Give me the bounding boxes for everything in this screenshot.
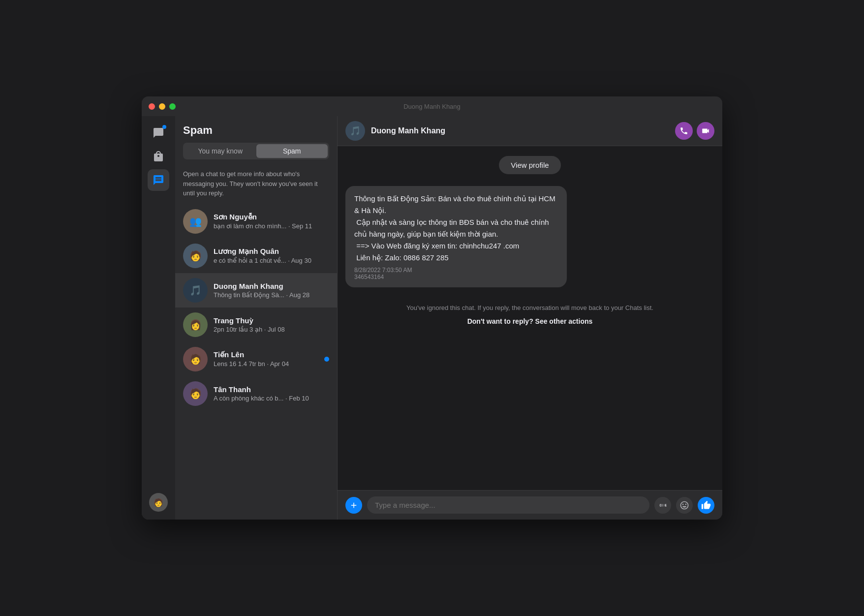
header-actions [675, 122, 714, 140]
chat-avatar: 🎵 [183, 278, 208, 303]
sidebar-item-messenger[interactable] [148, 169, 169, 191]
phone-icon [679, 126, 688, 135]
panel-title: Spam [183, 124, 329, 137]
input-area [338, 490, 722, 520]
chat-info: Sơn Nguyễn bạn ơi làm ơn cho mình... · S… [214, 213, 323, 230]
messenger-icon [153, 174, 164, 186]
avatar-emoji: 🧑 [189, 353, 202, 365]
video-icon [701, 126, 710, 135]
panel-header: Spam You may know Spam [175, 116, 337, 169]
close-button[interactable] [149, 103, 155, 110]
chat-preview: e có thể hỏi a 1 chút về... · Aug 30 [214, 257, 323, 264]
add-attachment-button[interactable] [345, 497, 362, 514]
gif-icon [658, 500, 668, 510]
avatar-emoji: 👥 [189, 216, 202, 227]
chat-preview: Lens 16 1.4 7tr bn · Apr 04 [214, 360, 318, 368]
chat-preview: 2pn 10tr lầu 3 ạh · Jul 08 [214, 326, 323, 333]
emoji-button[interactable] [676, 497, 693, 514]
avatar-emoji: 🧑 [189, 250, 202, 262]
user-avatar[interactable]: 🧑 [149, 493, 168, 512]
chat-contact-name: Duong Manh Khang [371, 126, 669, 135]
message-sender-id: 346543164 [354, 274, 384, 280]
chat-avatar: 🧑 [183, 381, 208, 406]
chat-main: 🎵 Duong Manh Khang View profile [338, 96, 722, 520]
chat-name: Lương Mạnh Quân [214, 247, 323, 256]
info-text: Open a chat to get more info about who's… [175, 169, 337, 204]
chat-icon [153, 127, 164, 139]
chat-avatar: 🧑 [183, 244, 208, 268]
sidebar-item-marketplace[interactable] [148, 146, 169, 167]
traffic-lights [149, 103, 176, 110]
window-title: Duong Manh Khang [403, 103, 461, 110]
chat-name: Trang Thuỳ [214, 316, 323, 325]
maximize-button[interactable] [169, 103, 176, 110]
thumbs-up-icon [701, 500, 711, 510]
tab-switcher: You may know Spam [183, 143, 329, 159]
avatar-emoji: 👩 [189, 319, 202, 331]
like-button[interactable] [698, 497, 714, 514]
chat-list-panel: Spam You may know Spam Open a chat to ge… [175, 96, 338, 520]
unread-indicator [324, 357, 329, 362]
chat-name: Sơn Nguyễn [214, 213, 323, 221]
chat-list: 👥 Sơn Nguyễn bạn ơi làm ơn cho mình... ·… [175, 204, 337, 520]
chat-avatar: 👩 [183, 312, 208, 337]
chat-avatar: 🧑 [183, 347, 208, 371]
chat-name: Tân Thanh [214, 385, 323, 394]
chat-item[interactable]: 👥 Sơn Nguyễn bạn ơi làm ơn cho mình... ·… [175, 204, 337, 239]
app-window: Duong Manh Khang 🧑 Spam You may [142, 96, 722, 520]
chat-info: Lương Mạnh Quân e có thể hỏi a 1 chút về… [214, 247, 323, 264]
chat-name: Duong Manh Khang [214, 282, 323, 290]
chat-info: Duong Manh Khang Thông tin Bất Động Sà..… [214, 282, 323, 299]
chat-avatar: 👥 [183, 209, 208, 234]
messages-area: View profile Thông tin Bất Động Sản: Bán… [338, 146, 722, 490]
sidebar-item-chat[interactable] [148, 122, 169, 144]
message-bubble: Thông tin Bất Động Sản: Bán và cho thuê … [345, 186, 567, 287]
chat-info: Tiến Lên Lens 16 1.4 7tr bn · Apr 04 [214, 350, 318, 368]
message-meta: 8/28/2022 7:03:50 AM 346543164 [354, 267, 558, 280]
chat-meta [324, 357, 329, 362]
title-bar: Duong Manh Khang [142, 96, 722, 116]
chat-preview: Thông tin Bất Động Sà... · Aug 28 [214, 291, 323, 299]
chat-header-avatar: 🎵 [345, 121, 365, 141]
avatar-emoji: 🧑 [189, 388, 202, 400]
chat-name: Tiến Lên [214, 350, 318, 359]
icon-sidebar: 🧑 [142, 96, 175, 520]
chat-header: 🎵 Duong Manh Khang [338, 116, 722, 146]
chat-item[interactable]: 🧑 Tân Thanh A còn phòng khác có b... · F… [175, 376, 337, 411]
chat-info: Tân Thanh A còn phòng khác có b... · Feb… [214, 385, 323, 402]
chat-info: Trang Thuỳ 2pn 10tr lầu 3 ạh · Jul 08 [214, 316, 323, 333]
view-profile-button[interactable]: View profile [499, 156, 560, 174]
chat-item[interactable]: 🧑 Tiến Lên Lens 16 1.4 7tr bn · Apr 04 [175, 342, 337, 376]
message-timestamp: 8/28/2022 7:03:50 AM [354, 267, 412, 274]
chat-preview: bạn ơi làm ơn cho mình... · Sep 11 [214, 222, 323, 230]
minimize-button[interactable] [159, 103, 165, 110]
phone-call-button[interactable] [675, 122, 693, 140]
message-input[interactable] [367, 496, 649, 514]
tab-you-may-know[interactable]: You may know [185, 144, 256, 158]
ignored-notice-text: You've ignored this chat. If you reply, … [406, 303, 653, 313]
emoji-icon [679, 500, 689, 510]
video-call-button[interactable] [697, 122, 714, 140]
user-avatar-initials: 🧑 [154, 498, 163, 507]
notification-dot [162, 125, 166, 129]
tab-spam[interactable]: Spam [256, 144, 328, 158]
chat-item[interactable]: 👩 Trang Thuỳ 2pn 10tr lầu 3 ạh · Jul 08 [175, 308, 337, 342]
chat-item[interactable]: 🧑 Lương Mạnh Quân e có thể hỏi a 1 chút … [175, 239, 337, 273]
chat-item[interactable]: 🎵 Duong Manh Khang Thông tin Bất Động Sà… [175, 273, 337, 308]
message-text: Thông tin Bất Động Sản: Bán và cho thuê … [354, 193, 558, 264]
chat-preview: A còn phòng khác có b... · Feb 10 [214, 395, 323, 402]
marketplace-icon [153, 151, 164, 162]
gif-button[interactable] [654, 497, 671, 514]
no-reply-label[interactable]: Don't want to reply? See other actions [467, 317, 593, 325]
avatar-emoji: 🎵 [189, 284, 202, 296]
ignored-notice: You've ignored this chat. If you reply, … [391, 295, 669, 334]
plus-icon [349, 501, 358, 510]
header-avatar-icon: 🎵 [350, 125, 361, 136]
